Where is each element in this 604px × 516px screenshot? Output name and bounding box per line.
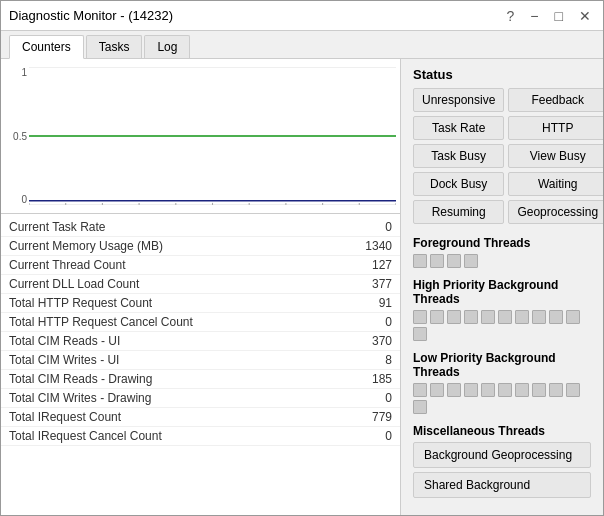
thread-box-hp-10 [566,310,580,324]
tab-bar: Counters Tasks Log [1,31,603,59]
stat-label-2: Current Thread Count [9,258,126,272]
thread-box-fg-1 [413,254,427,268]
thread-box-hp-8 [532,310,546,324]
view-busy-button[interactable]: View Busy [508,144,603,168]
thread-box-lp-2 [430,383,444,397]
tab-tasks[interactable]: Tasks [86,35,143,58]
thread-box-hp-6 [498,310,512,324]
stat-row-4: Total HTTP Request Count 91 [1,294,400,313]
stat-row-1: Current Memory Usage (MB) 1340 [1,237,400,256]
misc-threads-title: Miscellaneous Threads [413,424,591,438]
tab-log[interactable]: Log [144,35,190,58]
stat-label-7: Total CIM Writes - UI [9,353,119,367]
y-axis: 1 0.5 0 [3,67,27,205]
stat-value-5: 0 [342,315,392,329]
stat-label-1: Current Memory Usage (MB) [9,239,163,253]
task-busy-button[interactable]: Task Busy [413,144,504,168]
stat-value-10: 779 [342,410,392,424]
misc-threads-section: Miscellaneous Threads Background Geoproc… [413,424,591,498]
stat-label-9: Total CIM Writes - Drawing [9,391,151,405]
low-priority-threads-section: Low Priority Background Threads [413,351,591,414]
maximize-button[interactable]: □ [551,9,567,23]
stat-row-11: Total IRequest Cancel Count 0 [1,427,400,446]
stat-label-0: Current Task Rate [9,220,106,234]
low-priority-threads-title: Low Priority Background Threads [413,351,591,379]
chart-svg [29,67,396,205]
title-bar-controls: ? − □ ✕ [503,9,595,23]
thread-box-hp-3 [447,310,461,324]
stat-row-8: Total CIM Reads - Drawing 185 [1,370,400,389]
title-bar: Diagnostic Monitor - (14232) ? − □ ✕ [1,1,603,31]
right-panel: Status Unresponsive Feedback Task Rate H… [401,59,603,515]
geoprocessing-button[interactable]: Geoprocessing [508,200,603,224]
stat-row-7: Total CIM Writes - UI 8 [1,351,400,370]
unresponsive-button[interactable]: Unresponsive [413,88,504,112]
stat-value-8: 185 [342,372,392,386]
thread-box-lp-11 [413,400,427,414]
y-label-mid: 0.5 [3,131,27,142]
thread-box-fg-2 [430,254,444,268]
stat-value-7: 8 [342,353,392,367]
foreground-threads-section: Foreground Threads [413,236,591,268]
stat-row-10: Total IRequest Count 779 [1,408,400,427]
stat-value-0: 0 [342,220,392,234]
thread-box-fg-4 [464,254,478,268]
thread-box-lp-1 [413,383,427,397]
stat-label-11: Total IRequest Cancel Count [9,429,162,443]
thread-box-hp-9 [549,310,563,324]
y-label-bot: 0 [3,194,27,205]
stat-label-4: Total HTTP Request Count [9,296,152,310]
thread-box-hp-2 [430,310,444,324]
main-window: Diagnostic Monitor - (14232) ? − □ ✕ Cou… [0,0,604,516]
thread-box-hp-1 [413,310,427,324]
thread-box-lp-9 [549,383,563,397]
stat-value-6: 370 [342,334,392,348]
stat-label-3: Current DLL Load Count [9,277,139,291]
thread-box-lp-3 [447,383,461,397]
high-priority-thread-boxes [413,310,591,341]
stat-value-4: 91 [342,296,392,310]
task-rate-button[interactable]: Task Rate [413,116,504,140]
feedback-button[interactable]: Feedback [508,88,603,112]
thread-box-lp-5 [481,383,495,397]
window-title: Diagnostic Monitor - (14232) [9,8,173,23]
help-button[interactable]: ? [503,9,519,23]
stat-label-5: Total HTTP Request Cancel Count [9,315,193,329]
thread-box-lp-7 [515,383,529,397]
stat-row-3: Current DLL Load Count 377 [1,275,400,294]
foreground-thread-boxes [413,254,591,268]
thread-box-hp-5 [481,310,495,324]
http-button[interactable]: HTTP [508,116,603,140]
resuming-button[interactable]: Resuming [413,200,504,224]
stat-row-6: Total CIM Reads - UI 370 [1,332,400,351]
high-priority-threads-title: High Priority Background Threads [413,278,591,306]
status-title: Status [413,67,591,82]
stat-value-2: 127 [342,258,392,272]
close-button[interactable]: ✕ [575,9,595,23]
stat-label-6: Total CIM Reads - UI [9,334,120,348]
shared-background-button[interactable]: Shared Background [413,472,591,498]
thread-box-lp-10 [566,383,580,397]
stat-row-2: Current Thread Count 127 [1,256,400,275]
stat-value-3: 377 [342,277,392,291]
thread-box-lp-8 [532,383,546,397]
stat-label-10: Total IRequest Count [9,410,121,424]
stat-row-5: Total HTTP Request Cancel Count 0 [1,313,400,332]
minimize-button[interactable]: − [526,9,542,23]
dock-busy-button[interactable]: Dock Busy [413,172,504,196]
left-panel: 1 0.5 0 [1,59,401,515]
thread-box-lp-4 [464,383,478,397]
thread-box-fg-3 [447,254,461,268]
thread-box-hp-4 [464,310,478,324]
background-geoprocessing-button[interactable]: Background Geoprocessing [413,442,591,468]
stat-value-9: 0 [342,391,392,405]
stat-value-11: 0 [342,429,392,443]
tab-counters[interactable]: Counters [9,35,84,59]
stat-value-1: 1340 [342,239,392,253]
stat-row-9: Total CIM Writes - Drawing 0 [1,389,400,408]
waiting-button[interactable]: Waiting [508,172,603,196]
main-content: 1 0.5 0 [1,59,603,515]
high-priority-threads-section: High Priority Background Threads [413,278,591,341]
stat-label-8: Total CIM Reads - Drawing [9,372,152,386]
status-button-grid: Unresponsive Feedback Task Rate HTTP Tas… [413,88,591,224]
